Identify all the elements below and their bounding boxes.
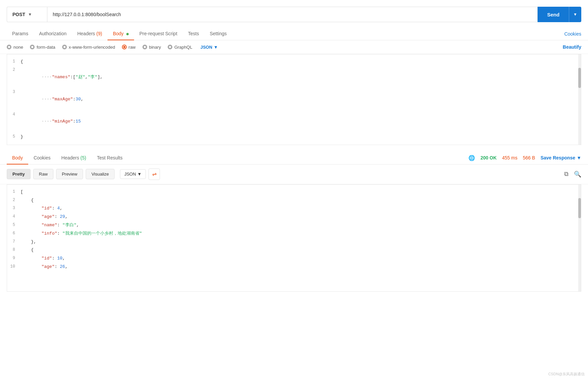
- method-select[interactable]: POST ▼: [7, 7, 47, 22]
- resp-line-1: 1 [: [7, 188, 581, 196]
- option-raw[interactable]: raw: [122, 45, 136, 50]
- tab-body[interactable]: Body: [108, 28, 134, 40]
- resp-line-4: 4 "age": 29,: [7, 213, 581, 221]
- tab-params[interactable]: Params: [7, 28, 34, 40]
- option-graphql[interactable]: GraphQL: [168, 45, 192, 50]
- resp-line-10: 10 "age": 26,: [7, 263, 581, 271]
- resp-line-8: 8 {: [7, 246, 581, 254]
- resp-json-chevron-icon: ▼: [137, 172, 142, 177]
- status-badge: 200 OK: [480, 155, 497, 160]
- req-line-5: 5 }: [7, 133, 581, 141]
- option-binary[interactable]: binary: [142, 45, 161, 50]
- method-label: POST: [12, 12, 25, 17]
- resp-line-3: 3 "id": 4,: [7, 204, 581, 213]
- resp-tab-test-results[interactable]: Test Results: [91, 152, 128, 164]
- request-tabs: Params Authorization Headers (9) Body Pr…: [0, 28, 588, 40]
- response-action-icons: ⧉ 🔍: [564, 171, 581, 178]
- response-meta: 🌐 200 OK 455 ms 566 B Save Response ▼: [468, 155, 581, 161]
- response-scrollbar[interactable]: [578, 185, 581, 291]
- resp-line-6: 6 "info": "我来自中国的一个小乡村，地处湖南省": [7, 230, 581, 238]
- option-form-data[interactable]: form-data: [30, 45, 55, 50]
- resp-line-2: 2 {: [7, 196, 581, 205]
- option-none[interactable]: none: [7, 45, 23, 50]
- response-json-selector[interactable]: JSON ▼: [120, 169, 146, 179]
- resp-line-5: 5 "name": "李白",: [7, 221, 581, 230]
- resp-line-9: 9 "id": 10,: [7, 254, 581, 263]
- radio-urlencoded: [62, 45, 67, 49]
- tab-headers[interactable]: Headers (9): [72, 28, 108, 40]
- resp-tab-headers[interactable]: Headers (5): [56, 152, 92, 164]
- response-section: Body Cookies Headers (5) Test Results 🌐 …: [0, 152, 588, 292]
- response-scrollbar-thumb[interactable]: [578, 198, 581, 218]
- watermark: CSDN@东风高扬通信: [548, 372, 585, 377]
- search-icon[interactable]: 🔍: [574, 171, 581, 178]
- view-visualize-button[interactable]: Visualize: [86, 169, 115, 179]
- save-response-chevron-icon: ▼: [577, 155, 581, 160]
- url-bar: POST ▼ Send ▼: [0, 7, 588, 22]
- send-dropdown-button[interactable]: ▼: [569, 7, 581, 22]
- send-button[interactable]: Send: [538, 7, 569, 22]
- resp-tab-cookies[interactable]: Cookies: [28, 152, 56, 164]
- radio-raw: [122, 45, 127, 49]
- method-chevron-icon: ▼: [28, 12, 32, 17]
- response-tabs: Body Cookies Headers (5) Test Results 🌐 …: [0, 152, 588, 164]
- cookies-link[interactable]: Cookies: [564, 31, 581, 37]
- resp-headers-badge: (5): [80, 155, 86, 160]
- globe-icon: 🌐: [468, 155, 475, 161]
- response-code-editor[interactable]: 1 [ 2 { 3 "id": 4, 4 "age": 29, 5 "name"…: [7, 184, 581, 292]
- resp-tab-body[interactable]: Body: [7, 152, 28, 164]
- req-line-4: 4 ····"minAge":15: [7, 111, 581, 133]
- radio-graphql: [168, 45, 172, 49]
- request-code-editor[interactable]: 1 { 2 ····"names":["赵","李"], 3 ····"maxA…: [7, 54, 581, 145]
- req-line-3: 3 ····"maxAge":30,: [7, 88, 581, 110]
- view-pretty-button[interactable]: Pretty: [7, 169, 31, 179]
- response-toolbar: Pretty Raw Preview Visualize JSON ▼ ⇌ ⧉ …: [0, 164, 588, 184]
- request-scrollbar-thumb[interactable]: [578, 68, 581, 88]
- body-options: none form-data x-www-form-urlencoded raw…: [0, 40, 588, 54]
- tab-pre-request-script[interactable]: Pre-request Script: [134, 28, 183, 40]
- send-button-group: Send ▼: [538, 7, 581, 22]
- view-preview-button[interactable]: Preview: [56, 169, 83, 179]
- option-urlencoded[interactable]: x-www-form-urlencoded: [62, 45, 115, 50]
- view-raw-button[interactable]: Raw: [33, 169, 53, 179]
- req-line-1: 1 {: [7, 58, 581, 66]
- wrap-icon: ⇌: [152, 171, 157, 177]
- radio-form-data: [30, 45, 35, 49]
- wrap-lines-button[interactable]: ⇌: [149, 169, 160, 180]
- json-type-selector[interactable]: JSON ▼: [200, 45, 218, 50]
- tab-settings[interactable]: Settings: [204, 28, 232, 40]
- resp-line-7: 7 },: [7, 238, 581, 246]
- app-container: POST ▼ Send ▼ Params Authorization Heade…: [0, 0, 588, 380]
- response-size: 566 B: [523, 155, 535, 160]
- save-response-button[interactable]: Save Response ▼: [541, 155, 581, 160]
- radio-none: [7, 45, 11, 49]
- json-chevron-icon: ▼: [214, 45, 218, 50]
- body-dot: [126, 33, 129, 35]
- url-input[interactable]: [47, 7, 538, 22]
- tab-tests[interactable]: Tests: [183, 28, 205, 40]
- request-scrollbar[interactable]: [578, 54, 581, 145]
- req-line-2: 2 ····"names":["赵","李"],: [7, 66, 581, 88]
- beautify-button[interactable]: Beautify: [563, 44, 581, 50]
- headers-badge: (9): [96, 31, 102, 36]
- response-time: 455 ms: [502, 155, 517, 160]
- radio-binary: [142, 45, 147, 49]
- tab-authorization[interactable]: Authorization: [34, 28, 72, 40]
- copy-icon[interactable]: ⧉: [564, 171, 569, 178]
